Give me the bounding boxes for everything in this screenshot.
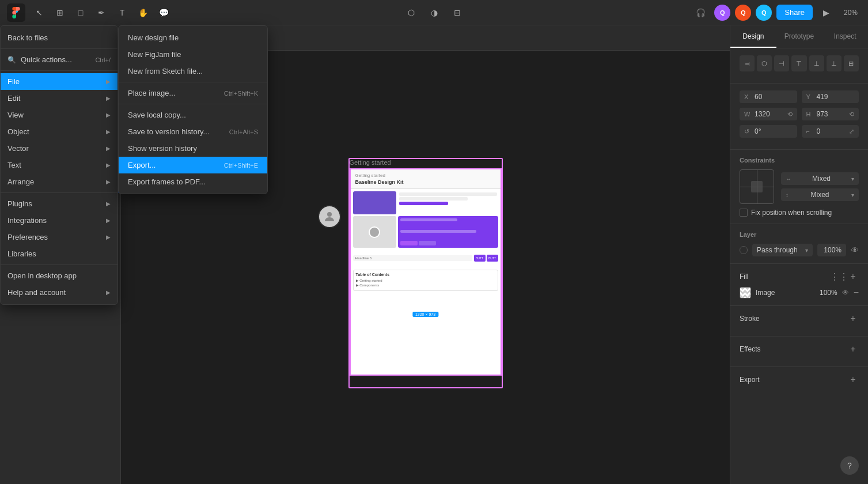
components-icon[interactable]: ⊟ <box>448 3 467 22</box>
w-field[interactable]: W 1320 ⟲ <box>740 108 797 120</box>
main-canvas-frame: Getting started Baseline Design Kit <box>350 168 502 376</box>
w-label: W <box>744 111 752 118</box>
share-button[interactable]: Share <box>776 5 813 20</box>
x-field[interactable]: X 60 <box>740 90 797 103</box>
help-button[interactable]: ? <box>840 456 859 475</box>
submenu-export-pdf[interactable]: Export frames to PDF... <box>119 173 267 190</box>
align-bottom-button[interactable]: ⊥ <box>827 55 842 71</box>
select-tool[interactable]: ↖ <box>30 3 48 22</box>
align-right-button[interactable]: ⊣ <box>774 55 789 71</box>
submenu-save-local[interactable]: Save local copy... <box>119 107 267 123</box>
avatar-3[interactable]: Q <box>756 5 772 21</box>
comment-tool[interactable]: 💬 <box>154 3 173 22</box>
align-left-button[interactable]: ⫤ <box>740 55 755 71</box>
zoom-indicator[interactable]: 20% <box>840 6 861 19</box>
menu-item-object[interactable]: Object ▶ <box>1 123 117 140</box>
align-top-button[interactable]: ⊤ <box>791 55 806 71</box>
layer-title: Layer <box>740 231 859 238</box>
menu-item-plugins[interactable]: Plugins ▶ <box>1 195 117 212</box>
text-tool[interactable]: T <box>113 3 131 22</box>
submenu-save-version[interactable]: Save to version history... Ctrl+Alt+S <box>119 123 267 140</box>
export-title: Export <box>740 376 760 384</box>
file-submenu[interactable]: New design file New FigJam file New from… <box>118 25 268 194</box>
alignment-row: ⫤ ⬡ ⊣ ⊤ ⊥ ⊥ ⊞ <box>740 55 859 71</box>
figma-logo-button[interactable] <box>7 3 25 22</box>
submenu-place-image[interactable]: Place image... Ctrl+Shift+K <box>119 85 267 101</box>
tab-inspect[interactable]: Inspect <box>822 25 868 48</box>
tab-design[interactable]: Design <box>730 25 776 48</box>
fill-options-button[interactable]: ⋮⋮ <box>833 271 845 282</box>
fix-scroll-checkbox[interactable] <box>740 209 748 217</box>
right-panel-tabs: Design Prototype Inspect <box>730 25 868 48</box>
hand-tool[interactable]: ✋ <box>134 3 152 22</box>
menu-quick-actions[interactable]: 🔍 Quick actions... Ctrl+/ <box>1 51 117 68</box>
frame-tool[interactable]: ⊞ <box>51 3 69 22</box>
vertical-constraint-select[interactable]: ↕ Mixed ▾ <box>781 188 859 201</box>
x-value: 60 <box>755 93 762 101</box>
constraints-title: Constraints <box>740 157 859 164</box>
save-version-label: Save to version history... <box>128 127 209 136</box>
fill-type: Image <box>756 289 815 297</box>
menu-open-desktop-label: Open in desktop app <box>7 271 77 280</box>
fill-visibility-icon[interactable]: 👁 <box>842 289 849 297</box>
menu-integrations-label: Integrations <box>7 216 47 225</box>
h-field[interactable]: H 973 ⟲ <box>802 108 859 120</box>
figma-main-menu[interactable]: Back to files 🔍 Quick actions... Ctrl+/ … <box>0 25 118 305</box>
menu-item-help[interactable]: Help and account ▶ <box>1 284 117 301</box>
toolbar-right: 🎧 Q Q Q Share ▶ 20% <box>691 3 861 22</box>
menu-plugins-label: Plugins <box>7 199 32 208</box>
headphone-icon[interactable]: 🎧 <box>691 3 710 22</box>
effects-add-button[interactable]: + <box>847 343 859 355</box>
fill-remove-button[interactable]: − <box>854 288 859 298</box>
menu-file-label: File <box>7 77 20 86</box>
menu-item-integrations[interactable]: Integrations ▶ <box>1 212 117 229</box>
menu-item-arrange[interactable]: Arrange ▶ <box>1 173 117 190</box>
avatar-2[interactable]: Q <box>735 5 751 21</box>
h-constraint-value: Mixed <box>812 175 831 183</box>
grid-icon[interactable]: ⬡ <box>402 3 420 22</box>
align-center-h-button[interactable]: ⬡ <box>757 55 772 71</box>
menu-item-text[interactable]: Text ▶ <box>1 157 117 173</box>
fill-add-button[interactable]: + <box>847 271 859 282</box>
visibility-icon[interactable]: 👁 <box>851 245 859 255</box>
submenu-new-sketch[interactable]: New from Sketch file... <box>119 63 267 80</box>
rotation-field[interactable]: ↺ 0° <box>740 125 797 138</box>
menu-back-to-files[interactable]: Back to files <box>1 29 117 46</box>
menu-item-libraries[interactable]: Libraries <box>1 245 117 262</box>
xy-row: X 60 Y 419 <box>740 90 859 103</box>
play-icon[interactable]: ▶ <box>817 3 836 22</box>
shape-tool[interactable]: □ <box>71 3 90 22</box>
y-field[interactable]: Y 419 <box>802 90 859 103</box>
menu-item-preferences[interactable]: Preferences ▶ <box>1 229 117 245</box>
submenu-export[interactable]: Export... Ctrl+Shift+E <box>119 157 267 173</box>
toc-label: Table of Contents <box>356 273 495 277</box>
stroke-section: Stroke + <box>730 306 868 336</box>
menu-arrow-vector: ▶ <box>106 145 111 152</box>
contrast-icon[interactable]: ◑ <box>425 3 444 22</box>
svg-point-0 <box>327 212 332 217</box>
menu-item-file[interactable]: File ▶ <box>1 73 117 90</box>
distribute-button[interactable]: ⊞ <box>844 55 859 71</box>
menu-item-vector[interactable]: Vector ▶ <box>1 140 117 157</box>
h-label: H <box>806 111 814 118</box>
opacity-field[interactable]: 100% <box>817 244 846 256</box>
fill-preview[interactable] <box>740 287 751 298</box>
right-panel-scroll: ⫤ ⬡ ⊣ ⊤ ⊥ ⊥ ⊞ X 60 Y <box>730 48 868 484</box>
tab-prototype[interactable]: Prototype <box>776 25 822 48</box>
stroke-add-button[interactable]: + <box>847 313 859 324</box>
submenu-new-design[interactable]: New design file <box>119 29 267 46</box>
blend-mode-select[interactable]: Pass through ▾ <box>752 244 813 256</box>
constraints-section: Constraints ↔ Mixed ▾ <box>730 150 868 224</box>
avatar-1[interactable]: Q <box>714 5 730 21</box>
menu-item-open-desktop[interactable]: Open in desktop app <box>1 267 117 284</box>
corner-field[interactable]: ⌐ 0 ⤢ <box>802 125 859 138</box>
pen-tool[interactable]: ✒ <box>92 3 111 22</box>
w-value: 1320 <box>755 110 770 118</box>
export-add-button[interactable]: + <box>847 374 859 385</box>
submenu-show-version[interactable]: Show version history <box>119 140 267 157</box>
menu-item-view[interactable]: View ▶ <box>1 107 117 123</box>
horizontal-constraint-select[interactable]: ↔ Mixed ▾ <box>781 172 859 185</box>
submenu-new-figjam[interactable]: New FigJam file <box>119 46 267 63</box>
align-middle-v-button[interactable]: ⊥ <box>809 55 824 71</box>
menu-item-edit[interactable]: Edit ▶ <box>1 90 117 107</box>
